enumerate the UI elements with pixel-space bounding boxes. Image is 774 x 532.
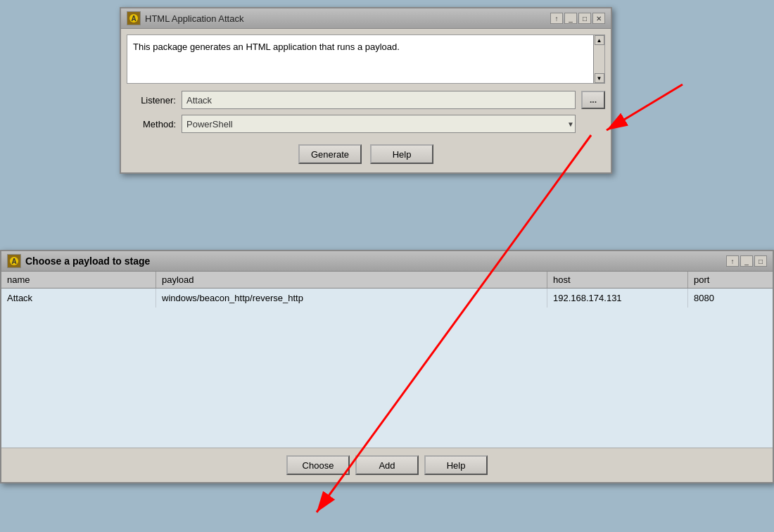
cell-name: Attack	[1, 289, 156, 308]
cell-port: 8080	[688, 289, 773, 308]
arrow-to-browse	[607, 84, 683, 130]
col-payload-header[interactable]: payload	[156, 272, 547, 288]
attack-dialog-buttons: Generate Help	[127, 139, 605, 167]
payload-dialog-title: Choose a payload to stage	[25, 255, 150, 267]
payload-dialog-titlebar: A Choose a payload to stage ↑ _ □	[1, 251, 773, 272]
method-label: Method:	[127, 119, 176, 129]
attack-dialog-body: This package generates an HTML applicati…	[121, 29, 611, 172]
generate-button[interactable]: Generate	[298, 144, 362, 164]
titlebar-minimize-btn[interactable]: _	[564, 13, 577, 24]
titlebar-left: A HTML Application Attack	[127, 11, 243, 25]
titlebar-close-btn[interactable]: ✕	[592, 13, 605, 24]
payload-titlebar-left: A Choose a payload to stage	[7, 254, 150, 268]
payload-titlebar-max-btn[interactable]: □	[754, 255, 767, 267]
method-row: Method: PowerShell Executable VBA ▼	[127, 115, 605, 133]
scrollbar-vertical[interactable]: ▲ ▼	[593, 35, 604, 83]
scroll-up-arrow[interactable]: ▲	[595, 35, 604, 45]
method-select[interactable]: PowerShell Executable VBA	[182, 115, 576, 133]
payload-titlebar-controls: ↑ _ □	[726, 255, 767, 267]
col-host-header[interactable]: host	[547, 272, 688, 288]
table-body: Attack windows/beacon_http/reverse_http …	[1, 289, 773, 429]
titlebar-up-btn[interactable]: ↑	[550, 13, 563, 24]
browse-button[interactable]: ...	[581, 91, 605, 109]
titlebar-maximize-btn[interactable]: □	[578, 13, 591, 24]
payload-bottom-buttons: Choose Add Help	[1, 448, 773, 482]
attack-dialog: A HTML Application Attack ↑ _ □ ✕ This p…	[120, 7, 612, 174]
add-button[interactable]: Add	[355, 455, 419, 475]
listener-input[interactable]	[182, 91, 576, 109]
method-select-wrapper: PowerShell Executable VBA ▼	[182, 115, 576, 133]
choose-button[interactable]: Choose	[286, 455, 350, 475]
help-button[interactable]: Help	[370, 144, 433, 164]
attack-dialog-icon: A	[127, 11, 141, 25]
payload-titlebar-up-btn[interactable]: ↑	[726, 255, 739, 267]
scroll-down-arrow[interactable]: ▼	[595, 73, 604, 83]
table-row[interactable]: Attack windows/beacon_http/reverse_http …	[1, 289, 773, 308]
description-text: This package generates an HTML applicati…	[133, 42, 400, 52]
description-area: This package generates an HTML applicati…	[127, 34, 605, 84]
attack-dialog-title: HTML Application Attack	[145, 13, 243, 24]
listener-label: Listener:	[127, 95, 176, 106]
col-port-header[interactable]: port	[688, 272, 773, 288]
table-header: name payload host port	[1, 272, 773, 289]
col-name-header[interactable]: name	[1, 272, 156, 288]
svg-text:A: A	[11, 258, 16, 265]
cell-payload: windows/beacon_http/reverse_http	[156, 289, 547, 308]
attack-dialog-titlebar: A HTML Application Attack ↑ _ □ ✕	[121, 8, 611, 29]
payload-dialog: A Choose a payload to stage ↑ _ □ name p…	[0, 250, 774, 483]
payload-table-container: name payload host port Attack windows/be…	[1, 272, 773, 448]
payload-titlebar-min-btn[interactable]: _	[740, 255, 753, 267]
cell-host: 192.168.174.131	[547, 289, 688, 308]
listener-row: Listener: ...	[127, 91, 605, 109]
svg-text:A: A	[131, 15, 136, 23]
payload-dialog-icon: A	[7, 254, 21, 268]
payload-help-button[interactable]: Help	[424, 455, 488, 475]
titlebar-controls: ↑ _ □ ✕	[550, 13, 605, 24]
